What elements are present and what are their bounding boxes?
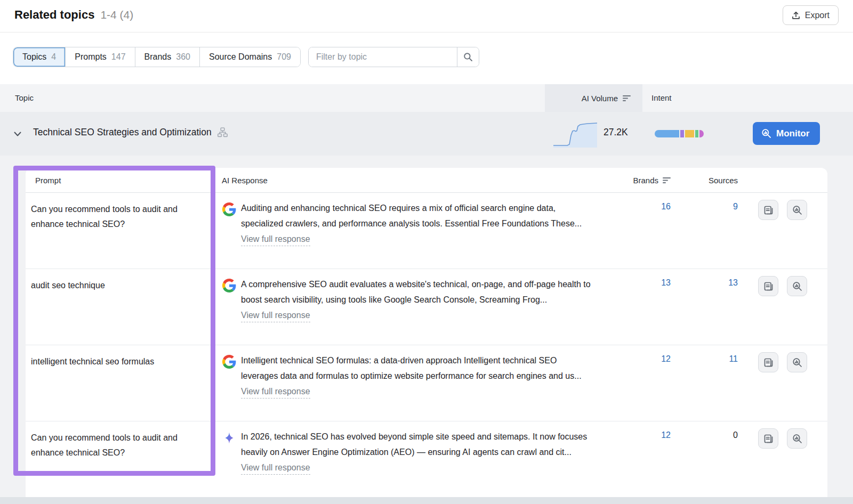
page-header: Related topics 1-4 (4)	[14, 8, 133, 22]
column-sources: Sources	[671, 176, 738, 185]
intent-segment	[699, 130, 704, 137]
prompt-text: audit seo technique	[26, 269, 218, 345]
results-range: 1-4 (4)	[100, 9, 133, 21]
prompts-table: Prompt AI Response Brands Sources Can yo…	[26, 168, 827, 497]
monitor-button[interactable]: Monitor	[753, 122, 820, 145]
prompts-table-header: Prompt AI Response Brands Sources	[26, 168, 827, 193]
google-icon	[222, 202, 236, 216]
collapse-topic-button[interactable]	[12, 128, 23, 139]
column-prompt: Prompt	[26, 176, 218, 185]
prompt-row: audit seo technique A comprehensive SEO …	[26, 269, 827, 345]
brands-count[interactable]: 12	[609, 421, 671, 497]
column-ai-volume[interactable]: AI Volume	[545, 84, 642, 112]
gemini-sparkle-icon	[222, 430, 236, 445]
sources-count: 0	[671, 421, 738, 497]
ai-volume-label: AI Volume	[582, 94, 618, 103]
view-response-list-button[interactable]	[758, 352, 778, 372]
google-icon	[222, 278, 236, 292]
google-icon	[222, 354, 236, 369]
sources-count[interactable]: 9	[671, 193, 738, 269]
tab-label: Source Domains	[209, 52, 272, 62]
filter-input[interactable]	[309, 47, 457, 67]
tab-count: 709	[277, 52, 291, 62]
monitor-label: Monitor	[776, 128, 809, 139]
chevron-down-icon	[14, 132, 21, 136]
brands-count[interactable]: 12	[609, 345, 671, 421]
search-button[interactable]	[457, 47, 479, 67]
ai-response-text: A comprehensive SEO audit evaluates a we…	[241, 277, 594, 307]
brands-count[interactable]: 13	[609, 269, 671, 345]
tab-prompts[interactable]: Prompts 147	[66, 47, 135, 67]
intent-segment	[655, 130, 679, 137]
page-title: Related topics	[14, 8, 94, 22]
brands-count[interactable]: 16	[609, 193, 671, 269]
tab-topics[interactable]: Topics 4	[13, 47, 66, 67]
tab-count: 360	[176, 52, 190, 62]
tab-count: 147	[111, 52, 126, 62]
ai-response-text: Intelligent technical SEO formulas: a da…	[241, 353, 594, 384]
bottom-edge-strip	[0, 497, 853, 504]
related-topics-panel: Related topics 1-4 (4) Export Topics 4 P…	[0, 0, 853, 504]
prompt-row: Can you recommend tools to audit and enh…	[26, 193, 827, 269]
sitemap-icon	[217, 127, 228, 138]
sources-count[interactable]: 13	[671, 269, 738, 345]
view-full-response-link[interactable]: View full response	[241, 387, 310, 399]
column-topic: Topic	[15, 93, 34, 102]
tab-label: Topics	[22, 52, 46, 62]
column-brands[interactable]: Brands	[609, 176, 671, 185]
export-icon	[792, 11, 800, 20]
intent-segment	[685, 130, 694, 137]
analyze-response-button[interactable]	[787, 200, 807, 220]
export-button[interactable]: Export	[783, 5, 839, 25]
topic-row[interactable]: Technical SEO Strategies and Optimizatio…	[0, 112, 853, 156]
monitor-magnifier-icon	[761, 128, 771, 139]
sort-descending-icon	[663, 177, 671, 184]
sources-count[interactable]: 11	[671, 345, 738, 421]
prompt-text: intelligent technical seo formulas	[26, 345, 218, 421]
tab-brands[interactable]: Brands 360	[135, 47, 200, 67]
intent-segment	[695, 130, 698, 137]
ai-response-text: In 2026, technical SEO has evolved beyon…	[241, 429, 594, 460]
topic-title: Technical SEO Strategies and Optimizatio…	[33, 127, 212, 138]
intent-bar	[655, 130, 704, 137]
view-response-list-button[interactable]	[758, 200, 778, 220]
topics-table-header: Topic AI Volume Intent	[0, 84, 853, 112]
ai-response-text: Auditing and enhancing technical SEO req…	[241, 201, 594, 231]
intent-segment	[680, 130, 684, 137]
prompt-row: Can you recommend tools to audit and enh…	[26, 421, 827, 497]
brands-label: Brands	[633, 176, 658, 185]
view-response-list-button[interactable]	[758, 428, 778, 449]
sort-descending-icon	[623, 95, 631, 102]
prompt-text: Can you recommend tools to audit and enh…	[26, 421, 218, 497]
analyze-response-button[interactable]	[787, 276, 807, 296]
top-bar: Related topics 1-4 (4) Export	[0, 0, 853, 32]
tab-label: Brands	[144, 52, 172, 62]
view-full-response-link[interactable]: View full response	[241, 234, 310, 246]
column-intent: Intent	[651, 93, 672, 102]
view-full-response-link[interactable]: View full response	[241, 311, 310, 322]
tab-group: Topics 4 Prompts 147 Brands 360 Source D…	[13, 47, 301, 67]
tab-label: Prompts	[75, 52, 107, 62]
analyze-response-button[interactable]	[787, 352, 807, 372]
column-ai-response: AI Response	[218, 176, 609, 185]
search-icon	[463, 52, 473, 62]
topic-filter	[308, 47, 479, 67]
prompt-text: Can you recommend tools to audit and enh…	[26, 193, 218, 269]
view-response-list-button[interactable]	[758, 276, 778, 296]
toolbar: Topics 4 Prompts 147 Brands 360 Source D…	[13, 47, 479, 67]
export-label: Export	[805, 11, 830, 20]
ai-volume-value: 27.2K	[603, 127, 628, 138]
ai-volume-sparkline	[552, 120, 598, 149]
tab-source-domains[interactable]: Source Domains 709	[200, 47, 300, 67]
analyze-response-button[interactable]	[787, 428, 807, 449]
prompt-row: intelligent technical seo formulas Intel…	[26, 345, 827, 421]
view-full-response-link[interactable]: View full response	[241, 463, 310, 475]
tab-count: 4	[51, 52, 56, 62]
